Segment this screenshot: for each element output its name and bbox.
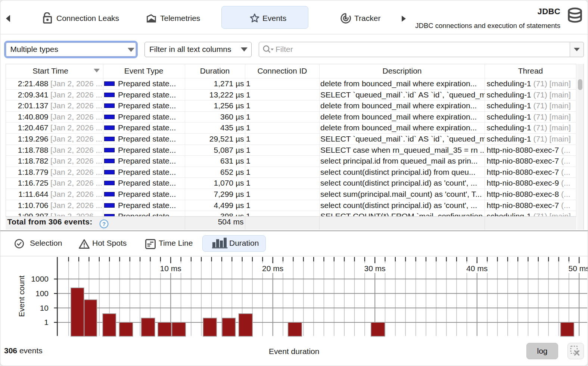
svg-text:1000: 1000 [31, 274, 49, 283]
svg-text:10 ms: 10 ms [160, 264, 181, 273]
svg-text:40 ms: 40 ms [466, 264, 488, 273]
svg-text:100: 100 [35, 289, 49, 298]
svg-text:10: 10 [40, 304, 49, 312]
svg-text:20 ms: 20 ms [262, 264, 283, 273]
svg-text:Event count: Event count [17, 275, 26, 317]
svg-text:50 ms: 50 ms [569, 264, 588, 273]
svg-text:30 ms: 30 ms [364, 264, 386, 273]
svg-text:1: 1 [44, 318, 49, 326]
